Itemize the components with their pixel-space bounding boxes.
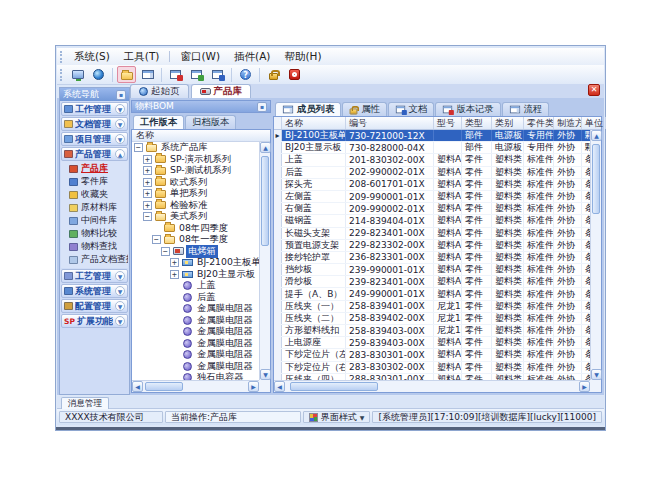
column-header-0[interactable]: 名称 — [282, 117, 346, 129]
monitor-button[interactable] — [68, 66, 87, 83]
scroll-up-icon[interactable]: ▲ — [591, 130, 602, 141]
tab-member-list[interactable]: 成员列表 — [275, 102, 341, 116]
column-header-1[interactable]: 编号 — [346, 117, 434, 129]
menu-item-2[interactable]: 窗口(W) — [173, 49, 227, 65]
table-row[interactable]: 提手（A、B）249-990001-01X塑料ABS零件塑料类标准件外协条 — [274, 288, 590, 300]
table-row[interactable]: 方形塑料线扣258-839403-00X尼龙1010零件塑料类标准件外协条 — [274, 325, 590, 337]
sidebar-item-intermediate-library[interactable]: 中间件库 — [61, 214, 128, 227]
collapse-icon[interactable]: − — [143, 212, 152, 221]
expand-icon[interactable]: + — [170, 258, 179, 267]
tree-vertical-scrollbar[interactable]: ▲ ▼ — [259, 142, 270, 380]
table-row[interactable]: 接纱轮护罩236-823301-00X塑料ABS零件塑料类标准件外协条 — [274, 252, 590, 264]
sidebar-item-part-library[interactable]: 零件库 — [61, 175, 128, 188]
globe-button[interactable] — [89, 66, 108, 83]
column-header-3[interactable]: 类型 — [462, 117, 492, 129]
column-header-7[interactable]: 单位 — [582, 117, 606, 129]
table-row[interactable]: ▸BJ-2100主板单点730-721000-12X部件电源板专用件外协颗 — [274, 130, 590, 142]
tab-documents[interactable]: 文档 — [388, 102, 435, 116]
folder-button[interactable] — [117, 66, 136, 83]
table-row[interactable]: 上盖201-830302-00X塑料ABS零件塑料类标准件外协条 — [274, 154, 590, 166]
menu-item-4[interactable]: 帮助(H) — [277, 49, 328, 65]
column-header-5[interactable]: 零件类型 — [524, 117, 554, 129]
table-row[interactable]: 磁钢盖214-839404-01X塑料ABS零件塑料类标准件外协条 — [274, 215, 590, 227]
tree-vscroll-thumb[interactable] — [261, 156, 269, 246]
table-hscroll-thumb[interactable] — [290, 382, 378, 391]
lock-button[interactable] — [264, 66, 283, 83]
toolbar-grip-handle[interactable] — [60, 69, 63, 81]
sidebar-item-material-compare[interactable]: 物料比较 — [61, 227, 128, 240]
table-row[interactable]: 后盖202-990002-01X塑料ABS零件塑料类标准件外协条 — [274, 167, 590, 179]
table-row[interactable]: 压线夹（二）258-839402-00X尼龙1010零件塑料类标准件外协条 — [274, 313, 590, 325]
scroll-down-icon[interactable]: ▼ — [591, 369, 602, 380]
tab-properties[interactable]: 属性 — [342, 102, 387, 116]
sidebar-item-favorites[interactable]: 收藏夹 — [61, 188, 128, 201]
power-button[interactable] — [285, 66, 304, 83]
sidebar-item-product-doc-search[interactable]: 产品文档查找 — [61, 253, 128, 266]
sidebar-section-document[interactable]: 文档管理▼ — [61, 117, 128, 131]
scroll-left-icon[interactable]: ◀ — [274, 381, 285, 392]
expand-icon[interactable]: + — [143, 178, 152, 187]
chevron-down-icon[interactable]: ▼ — [115, 134, 125, 144]
sidebar-section-system[interactable]: 系统管理▼ — [61, 284, 128, 298]
table-row[interactable]: 探头壳208-601701-01X塑料ABS零件塑料类标准件外协条 — [274, 179, 590, 191]
tab-product-library[interactable]: 产品库 — [191, 84, 252, 98]
column-header-2[interactable]: 型号 — [434, 117, 462, 129]
scroll-down-icon[interactable]: ▼ — [260, 369, 271, 380]
table-row[interactable]: 长磁头支架229-823401-00X塑料ABS零件塑料类标准件外协条 — [274, 228, 590, 240]
scroll-left-icon[interactable]: ◀ — [132, 381, 143, 392]
expand-icon[interactable]: + — [143, 189, 152, 198]
pin-icon[interactable]: ▪ — [116, 90, 126, 100]
collapse-icon[interactable]: − — [161, 247, 170, 256]
tab-start-page[interactable]: 起始页 — [130, 84, 189, 98]
tree-node[interactable]: 独石电容器 — [132, 372, 259, 380]
table-row[interactable]: 挡纱板239-990001-01X塑料ABS零件塑料类标准件外协条 — [274, 264, 590, 276]
sidebar-section-product[interactable]: 产品管理▲ — [61, 147, 128, 161]
table-row[interactable]: 左侧盖209-990001-01X塑料ABS零件塑料类标准件外协条 — [274, 191, 590, 203]
table-horizontal-scrollbar[interactable]: ◀ ▶ — [274, 380, 590, 392]
expand-icon[interactable]: + — [143, 155, 152, 164]
menubar-grip-handle[interactable] — [60, 51, 63, 63]
menu-item-0[interactable]: 系统(S) — [67, 49, 117, 65]
collapse-icon[interactable]: − — [152, 235, 161, 244]
sidebar-section-config[interactable]: 配置管理▼ — [61, 299, 128, 313]
chevron-down-icon[interactable]: ▼ — [115, 301, 125, 311]
window-next-button[interactable] — [208, 66, 227, 83]
column-header-4[interactable]: 类别 — [492, 117, 524, 129]
scroll-right-icon[interactable]: ▶ — [579, 381, 590, 392]
scroll-right-icon[interactable]: ▶ — [248, 381, 259, 392]
panels-button[interactable] — [138, 66, 157, 83]
chevron-down-icon[interactable]: ▼ — [115, 271, 125, 281]
pin-icon[interactable]: ▪ — [257, 102, 267, 112]
collapse-icon[interactable]: − — [134, 143, 143, 152]
tab-version-history[interactable]: 版本记录 — [435, 102, 500, 116]
close-tab-button[interactable]: ✕ — [588, 84, 600, 96]
expand-icon[interactable]: + — [143, 201, 152, 210]
sidebar-item-raw-material-library[interactable]: 原材料库 — [61, 201, 128, 214]
expand-icon[interactable]: + — [143, 166, 152, 175]
table-vertical-scrollbar[interactable]: ▲ ▼ — [590, 130, 601, 380]
table-row[interactable]: 下纱定位片（右）283-830302-00X塑料ABS零件塑料类标准件外协条 — [274, 362, 590, 374]
sidebar-item-product-library[interactable]: 产品库 — [61, 162, 128, 175]
tree-column-header[interactable]: 名称 — [132, 130, 270, 142]
help-button[interactable]: ? — [236, 66, 255, 83]
chevron-up-icon[interactable]: ▲ — [115, 149, 125, 159]
sidebar-section-project[interactable]: 项目管理▼ — [61, 132, 128, 146]
table-row[interactable]: 上电源座259-839403-00X塑料ABS零件塑料类标准件外协条 — [274, 337, 590, 349]
chevron-down-icon[interactable]: ▼ — [115, 316, 125, 326]
tab-workflow[interactable]: 流程 — [502, 102, 550, 116]
tree-hscroll-thumb[interactable] — [145, 382, 183, 391]
tab-bom-version-0[interactable]: 工作版本 — [133, 115, 184, 129]
window-prev-button[interactable] — [187, 66, 206, 83]
tree-horizontal-scrollbar[interactable]: ◀ ▶ — [132, 380, 259, 392]
close-window-button[interactable] — [166, 66, 185, 83]
table-row[interactable]: 下纱定位片（左）283-830301-00X塑料ABS零件塑料类标准件外协条 — [274, 349, 590, 361]
table-row[interactable]: 压线夹（一）258-839401-00X尼龙1010零件塑料类标准件外协条 — [274, 301, 590, 313]
sidebar-section-process[interactable]: 工艺管理▼ — [61, 269, 128, 283]
ui-style-button[interactable]: 界面样式 ▼ — [303, 411, 371, 423]
column-header-6[interactable]: 制造方式 — [554, 117, 582, 129]
sidebar-section-work[interactable]: 工作管理▼ — [61, 102, 128, 116]
tab-message-management[interactable]: 消息管理 — [61, 397, 109, 409]
sidebar-section-extension[interactable]: SP扩展功能▼ — [61, 314, 128, 328]
table-row[interactable]: 滑纱板239-823401-00X塑料ABS零件塑料类标准件外协条 — [274, 276, 590, 288]
chevron-down-icon[interactable]: ▼ — [115, 119, 125, 129]
